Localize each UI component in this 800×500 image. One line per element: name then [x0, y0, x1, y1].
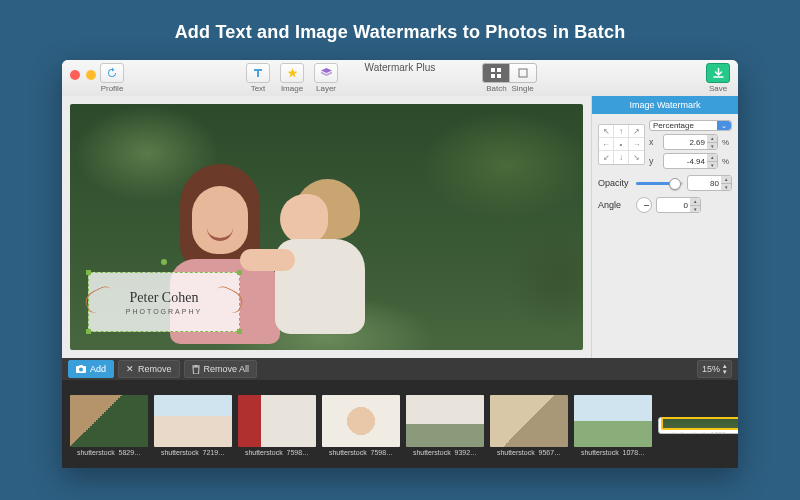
thumbnail-image [490, 395, 568, 447]
zoom-value: 15% [702, 364, 720, 374]
svg-rect-4 [519, 69, 527, 77]
opacity-label: Opacity [598, 178, 632, 188]
thumbnail-item[interactable]: shutterstock_1085… [658, 417, 738, 434]
thumbnail-image [154, 395, 232, 447]
chevron-updown-icon: ▴▾ [723, 363, 727, 375]
preview-image[interactable]: Peter Cohen PHOTOGRAPHY [70, 104, 583, 350]
batch-mode[interactable] [482, 63, 510, 83]
stepper-up-icon[interactable]: ▴ [707, 154, 717, 162]
square-icon [518, 68, 528, 78]
stepper-down-icon[interactable]: ▾ [707, 143, 717, 150]
layer-button[interactable]: Layer [310, 63, 342, 93]
thumbnail-item[interactable]: shutterstock_7219… [154, 395, 232, 456]
stepper-down-icon[interactable]: ▾ [707, 162, 717, 169]
svg-rect-7 [79, 365, 83, 367]
layers-icon [321, 68, 332, 79]
svg-rect-1 [497, 68, 501, 72]
mode-toggle[interactable] [482, 63, 537, 83]
opacity-slider[interactable] [636, 182, 683, 185]
y-label: y [649, 156, 659, 166]
unit-select[interactable]: Percentage ⌄ [649, 120, 732, 131]
app-window: Watermark Plus Profile Text Image Layer [62, 60, 738, 468]
stepper-down-icon[interactable]: ▾ [721, 184, 731, 191]
thumbnail-item[interactable]: shutterstock_1078… [574, 395, 652, 456]
remove-label: Remove [138, 364, 172, 374]
watermark-subtitle: PHOTOGRAPHY [126, 308, 202, 315]
thumbnail-item[interactable]: shutterstock_9567… [490, 395, 568, 456]
close-icon[interactable] [70, 70, 80, 80]
y-unit: % [722, 157, 729, 166]
thumbnail-image [574, 395, 652, 447]
canvas-area: Peter Cohen PHOTOGRAPHY [62, 96, 591, 358]
stepper-up-icon[interactable]: ▴ [690, 198, 700, 206]
save-label: Save [709, 84, 727, 93]
thumbnail-label: shutterstock_1078… [574, 449, 652, 456]
x-label: x [649, 137, 659, 147]
opacity-input[interactable]: 80▴▾ [687, 175, 732, 191]
remove-all-button[interactable]: Remove All [184, 360, 258, 378]
thumbnail-label: shutterstock_9567… [490, 449, 568, 456]
thumbnail-label: shutterstock_5829… [70, 449, 148, 456]
image-button[interactable]: Image [276, 63, 308, 93]
svg-rect-2 [491, 74, 495, 78]
angle-input[interactable]: 0▴▾ [656, 197, 701, 213]
chevron-down-icon: ⌄ [717, 121, 731, 130]
thumbnail-label: shutterstock_1085… [662, 431, 738, 433]
resize-handle-se[interactable] [237, 329, 242, 334]
thumbnail-label: shutterstock_7219… [154, 449, 232, 456]
titlebar: Watermark Plus Profile Text Image Layer [62, 60, 738, 97]
star-icon [287, 68, 298, 79]
single-mode[interactable] [509, 63, 537, 83]
resize-handle-nw[interactable] [86, 270, 91, 275]
layer-label: Layer [316, 84, 336, 93]
image-label: Image [281, 84, 303, 93]
svg-rect-0 [491, 68, 495, 72]
position-grid[interactable]: ↖↑↗←•→↙↓↘ [598, 124, 645, 165]
save-button[interactable]: Save [706, 63, 730, 93]
zoom-select[interactable]: 15% ▴▾ [697, 360, 732, 378]
resize-handle-ne[interactable] [237, 270, 242, 275]
add-button[interactable]: Add [68, 360, 114, 378]
panel-header: Image Watermark [592, 96, 738, 114]
stepper-up-icon[interactable]: ▴ [721, 176, 731, 184]
thumbnail-label: shutterstock_9392… [406, 449, 484, 456]
x-input[interactable]: 2.69▴▾ [663, 134, 718, 150]
window-title: Watermark Plus [62, 62, 738, 73]
angle-label: Angle [598, 200, 632, 210]
thumbnail-strip: shutterstock_5829…shutterstock_7219…shut… [62, 380, 738, 468]
x-icon: ✕ [126, 364, 134, 374]
svg-rect-3 [497, 74, 501, 78]
action-bar: Add ✕ Remove Remove All 15% ▴▾ [62, 358, 738, 380]
watermark-overlay[interactable]: Peter Cohen PHOTOGRAPHY [88, 272, 240, 332]
stepper-down-icon[interactable]: ▾ [690, 206, 700, 213]
refresh-icon [106, 67, 118, 79]
stepper-up-icon[interactable]: ▴ [707, 135, 717, 143]
remove-all-label: Remove All [204, 364, 250, 374]
single-label: Single [510, 84, 536, 93]
camera-icon [76, 365, 86, 373]
resize-handle-sw[interactable] [86, 329, 91, 334]
download-icon [713, 68, 724, 79]
properties-panel: Image Watermark ↖↑↗←•→↙↓↘ Percentage ⌄ [591, 96, 738, 358]
thumbnail-item[interactable]: shutterstock_5829… [70, 395, 148, 456]
thumbnail-item[interactable]: shutterstock_9392… [406, 395, 484, 456]
promo-headline: Add Text and Image Watermarks to Photos … [0, 0, 800, 57]
thumbnail-image [238, 395, 316, 447]
y-input[interactable]: -4.94▴▾ [663, 153, 718, 169]
thumbnail-image [406, 395, 484, 447]
rotate-handle[interactable] [161, 259, 167, 265]
minimize-icon[interactable] [86, 70, 96, 80]
thumbnail-image [322, 395, 400, 447]
thumbnail-item[interactable]: shutterstock_7598… [238, 395, 316, 456]
remove-button[interactable]: ✕ Remove [118, 360, 180, 378]
angle-dial[interactable] [636, 197, 652, 213]
batch-label: Batch [484, 84, 510, 93]
thumbnail-item[interactable]: shutterstock_7598… [322, 395, 400, 456]
text-icon [253, 68, 263, 78]
text-button[interactable]: Text [242, 63, 274, 93]
photo-subject-child [270, 179, 390, 339]
thumbnail-image [70, 395, 148, 447]
profile-label: Profile [101, 84, 124, 93]
watermark-name: Peter Cohen [130, 290, 199, 306]
profile-button[interactable]: Profile [100, 63, 124, 93]
